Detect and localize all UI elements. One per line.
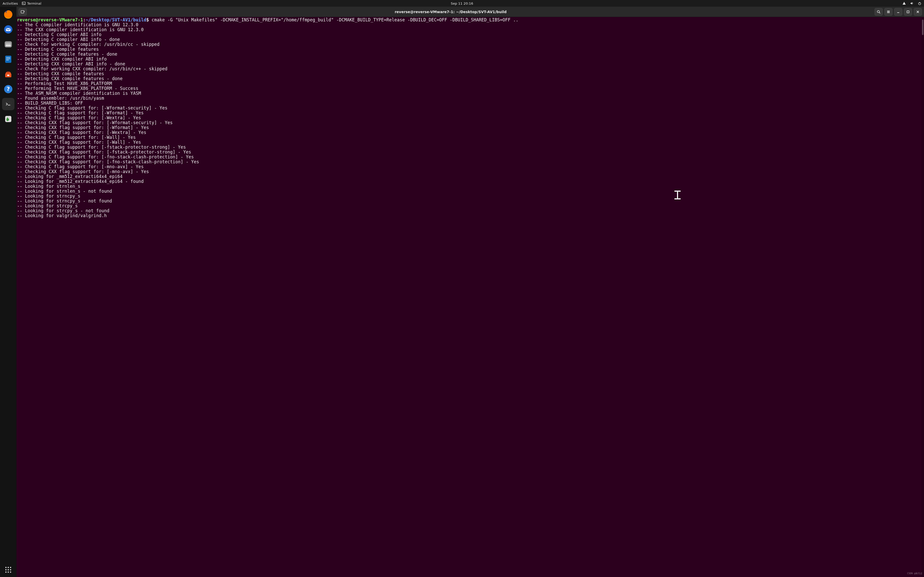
svg-point-22 <box>5 569 7 571</box>
output-line: -- BUILD_SHARED_LIBS: OFF <box>17 100 83 106</box>
output-line: -- Checking C flag support for: [-mno-av… <box>17 164 144 169</box>
output-line: -- Found assembler: /usr/bin/yasm <box>17 95 104 101</box>
svg-rect-7 <box>6 44 11 47</box>
dock: ? <box>0 7 16 577</box>
output-line: -- Detecting CXX compiler ABI info - don… <box>17 61 125 66</box>
svg-rect-13 <box>7 75 9 76</box>
output-line: -- Detecting C compiler ABI info - done <box>17 37 120 42</box>
window-title: reverse@reverse-VMware7-1: ~/Desktop/SVT… <box>29 10 872 14</box>
output-line: -- Checking CXX flag support for: [-fno-… <box>17 159 199 164</box>
minimize-button[interactable] <box>894 8 902 16</box>
dock-app-software[interactable] <box>2 68 15 81</box>
output-line: -- The ASM_NASM compiler identification … <box>17 91 141 96</box>
command-text: cmake -G "Unix Makefiles" -DCMAKE_INSTAL… <box>152 17 519 23</box>
output-line: -- Looking for strncpy_s <box>17 193 81 198</box>
svg-point-19 <box>5 567 7 568</box>
output-line: -- Checking C flag support for: [-Wforma… <box>17 110 144 115</box>
dock-app-writer[interactable] <box>2 53 15 65</box>
output-line: -- The C compiler identification is GNU … <box>17 22 139 27</box>
terminal-window: reverse@reverse-VMware7-1: ~/Desktop/SVT… <box>16 7 924 577</box>
terminal-viewport[interactable]: reverse@reverse-VMware7-1:~/Desktop/SVT-… <box>16 17 924 577</box>
svg-rect-0 <box>22 2 26 5</box>
output-line: -- Checking C flag support for: [-Wextra… <box>17 115 141 120</box>
svg-rect-11 <box>6 60 9 60</box>
workarea: ? <box>0 7 924 577</box>
output-line: -- The CXX compiler identification is GN… <box>17 27 144 32</box>
panel-app-indicator[interactable]: Terminal <box>22 2 41 5</box>
dock-app-files[interactable] <box>2 38 15 50</box>
dock-app-help[interactable]: ? <box>2 83 15 95</box>
output-line: -- Detecting CXX compile features - done <box>17 76 123 81</box>
svg-rect-6 <box>6 43 11 44</box>
scrollbar[interactable] <box>921 17 924 577</box>
svg-rect-28 <box>21 11 24 13</box>
output-line: -- Checking C flag support for: [-fno-st… <box>17 154 194 160</box>
output-line: -- Detecting CXX compile features <box>17 71 104 76</box>
output-line: -- Checking CXX flag support for: [-fsta… <box>17 150 191 155</box>
output-line: -- Looking for strncpy_s - not found <box>17 198 112 203</box>
output-line: -- Looking for strnlen_s <box>17 184 81 189</box>
svg-rect-12 <box>7 72 10 73</box>
output-line: -- Checking C flag support for: [-Wforma… <box>17 105 167 111</box>
output-line: -- Looking for strcpy_s <box>17 203 78 208</box>
hamburger-menu-button[interactable] <box>884 8 893 16</box>
text-cursor-icon <box>674 191 681 199</box>
dock-app-terminal[interactable] <box>2 98 15 110</box>
new-tab-button[interactable] <box>19 8 27 16</box>
prompt-path: ~/Desktop/SVT-AV1/build <box>86 17 146 23</box>
output-line: -- Checking C flag support for: [-Wall] … <box>17 135 136 140</box>
svg-point-21 <box>10 567 11 568</box>
terminal-small-icon <box>22 2 26 5</box>
svg-point-24 <box>10 569 11 571</box>
output-line: -- Checking CXX flag support for: [-mno-… <box>17 169 149 174</box>
power-icon[interactable] <box>918 2 921 5</box>
output-line: -- Detecting CXX compiler ABI info <box>17 56 107 61</box>
prompt-user-host: reverse@reverse-VMware7-1 <box>17 17 83 23</box>
output-line: -- Detecting C compile features - done <box>17 52 117 56</box>
show-applications-button[interactable] <box>3 564 14 575</box>
output-line: -- Detecting C compile features <box>17 47 99 52</box>
prompt-dollar: $ <box>147 17 152 23</box>
svg-point-26 <box>8 572 9 573</box>
scrollbar-thumb[interactable] <box>922 19 924 35</box>
svg-point-20 <box>8 567 9 568</box>
dock-app-thunderbird[interactable] <box>2 23 15 35</box>
output-line: -- Looking for _mm512_extracti64x4_epi64 <box>17 174 123 179</box>
maximize-button[interactable] <box>904 8 912 16</box>
svg-rect-9 <box>6 57 10 58</box>
output-line: -- Looking for strcpy_s - not found <box>17 208 109 213</box>
top-panel: Activities Terminal Sep 11 20:16 <box>0 0 924 7</box>
output-line: -- Check for working C compiler: /usr/bi… <box>17 42 160 47</box>
svg-text:?: ? <box>7 86 10 92</box>
svg-point-29 <box>877 10 879 12</box>
close-button[interactable] <box>914 8 922 16</box>
output-line: -- Checking CXX flag support for: [-Wext… <box>17 130 147 135</box>
dock-app-firefox[interactable] <box>2 8 15 21</box>
svg-rect-16 <box>5 101 12 107</box>
svg-rect-10 <box>6 58 10 59</box>
output-line: -- Performing Test HAVE_X86_PLATFORM - S… <box>17 86 139 91</box>
output-line: -- Check for working CXX compiler: /usr/… <box>17 66 167 71</box>
panel-app-name: Terminal <box>27 2 41 5</box>
output-line: -- Checking CXX flag support for: [-Wfor… <box>17 125 149 130</box>
output-line: -- Checking C flag support for: [-fstack… <box>17 145 186 150</box>
panel-datetime[interactable]: Sep 11 20:16 <box>451 2 473 5</box>
volume-icon[interactable] <box>910 2 914 5</box>
dock-app-trash[interactable] <box>2 113 15 125</box>
headerbar: reverse@reverse-VMware7-1: ~/Desktop/SVT… <box>16 7 924 17</box>
prompt-colon: : <box>83 17 86 23</box>
output-line: -- Checking CXX flag support for: [-Wall… <box>17 140 141 145</box>
output-line: -- Performing Test HAVE_X86_PLATFORM <box>17 81 112 86</box>
activities-button[interactable]: Activities <box>3 2 18 5</box>
output-line: -- Checking CXX flag support for: [-Wfor… <box>17 120 173 125</box>
svg-rect-8 <box>5 56 11 63</box>
svg-point-27 <box>10 572 11 573</box>
output-line: -- Detecting C compiler ABI info <box>17 32 102 37</box>
watermark: CSDN @林凡尘 <box>907 571 922 576</box>
search-button[interactable] <box>874 8 883 16</box>
svg-rect-30 <box>907 11 909 13</box>
output-line: -- Looking for valgrind/valgrind.h <box>17 213 107 218</box>
svg-point-23 <box>8 569 9 571</box>
network-icon[interactable] <box>902 2 906 5</box>
output-line: -- Looking for _mm512_extracti64x4_epi64… <box>17 179 144 184</box>
